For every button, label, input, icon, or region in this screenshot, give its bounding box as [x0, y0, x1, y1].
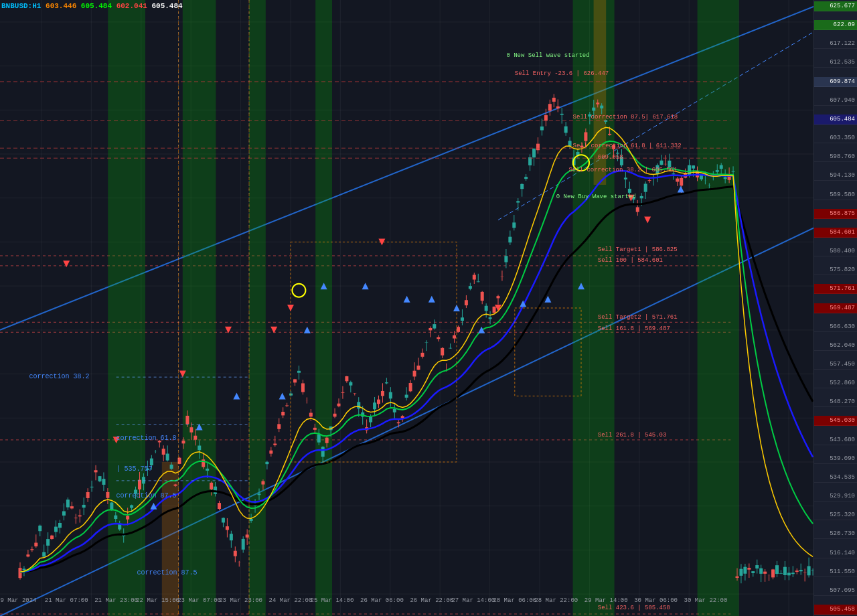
time-label: 26 Mar 22:00 [410, 597, 453, 604]
time-label: 22 Mar 15:00 [136, 597, 179, 604]
time-label: 21 Mar 07:00 [45, 597, 88, 604]
time-label: 26 Mar 06:00 [360, 597, 404, 604]
time-label: 23 Mar 07:00 [177, 597, 221, 604]
price-label: 617.122 [814, 39, 857, 49]
time-label: 30 Mar 22:00 [684, 597, 728, 604]
price-label: 612.535 [814, 58, 857, 68]
chart-canvas [0, 0, 830, 616]
price-label: 552.860 [814, 378, 857, 388]
price-label: 598.760 [814, 152, 857, 162]
price-label: 505.458 [814, 605, 857, 615]
price-label: 548.270 [814, 397, 857, 407]
price-label: 534.535 [814, 473, 857, 483]
time-label: 23 Mar 23:00 [219, 597, 262, 604]
price-label: 557.450 [814, 360, 857, 370]
time-axis: 19 Mar 202421 Mar 07:0021 Mar 23:0022 Ma… [0, 592, 830, 604]
price-label: 584.601 [814, 228, 857, 238]
price-label: 580.400 [814, 246, 857, 256]
price-label: 525.320 [814, 510, 857, 520]
price-label: 603.350 [814, 133, 857, 143]
price-label: 571.761 [814, 284, 857, 294]
price-label: 566.630 [814, 322, 857, 332]
price-label: 575.820 [814, 265, 857, 275]
time-label: 30 Mar 06:00 [634, 597, 678, 604]
price-label: 594.130 [814, 171, 857, 181]
time-label: 28 Mar 22:00 [534, 597, 578, 604]
price-label: 562.040 [814, 341, 857, 351]
price-label: 569.487 [814, 303, 857, 313]
price-label: 625.677 [814, 1, 857, 11]
time-label: 19 Mar 2024 [0, 597, 37, 604]
price-label: 607.940 [814, 96, 857, 106]
price-label: 586.875 [814, 209, 857, 219]
price-label: 516.140 [814, 548, 857, 558]
price-label: 609.874 [814, 77, 857, 87]
price-axis: 625.677622.09617.122612.535609.874607.94… [813, 0, 857, 616]
price-label: 622.09 [814, 20, 857, 30]
time-label: 29 Mar 14:00 [585, 597, 628, 604]
price-label: 539.090 [814, 454, 857, 464]
time-label: 27 Mar 14:00 [451, 597, 495, 604]
price-label: 511.550 [814, 567, 857, 577]
chart-container: 625.677622.09617.122612.535609.874607.94… [0, 0, 857, 616]
price-label: 543.680 [814, 435, 857, 445]
time-label: 21 Mar 23:00 [94, 597, 138, 604]
time-label: 24 Mar 22:00 [269, 597, 313, 604]
price-label: 589.580 [814, 190, 857, 200]
price-label: 529.910 [814, 491, 857, 502]
price-label: 545.030 [814, 416, 857, 426]
time-label: 28 Mar 06:00 [493, 597, 536, 604]
price-label: 520.730 [814, 529, 857, 539]
price-label: 605.484 [814, 114, 857, 125]
time-label: 25 Mar 14:00 [311, 597, 354, 604]
